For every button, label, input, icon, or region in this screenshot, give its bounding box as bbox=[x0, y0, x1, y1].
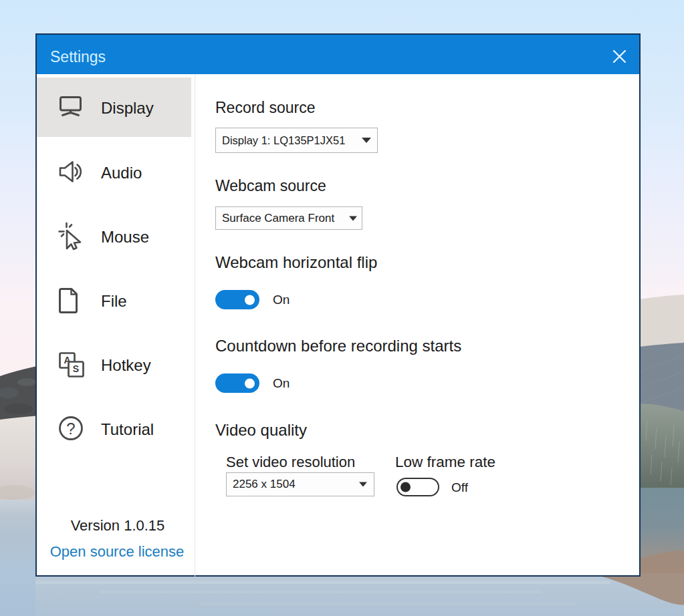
svg-text:S: S bbox=[73, 363, 79, 374]
svg-text:?: ? bbox=[66, 420, 75, 438]
